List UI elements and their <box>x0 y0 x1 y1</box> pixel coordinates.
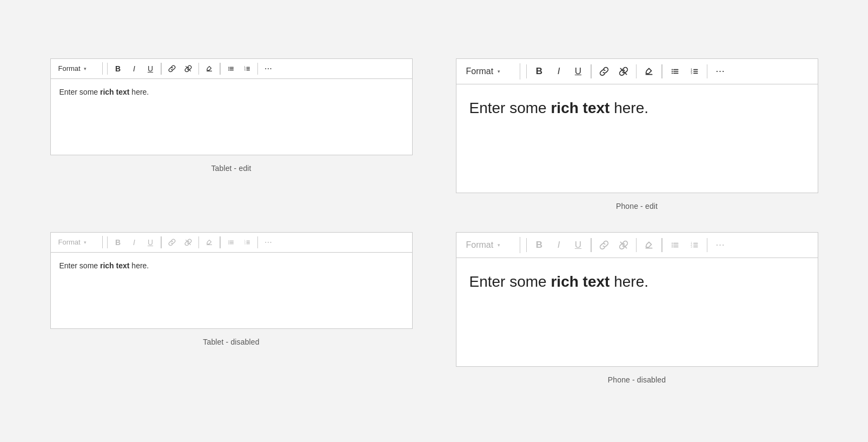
list-ordered-button-tablet-disabled: 1 2 3 <box>239 235 255 250</box>
more-button-phone-disabled: ⋯ <box>710 236 730 254</box>
tablet-disabled-section: Format ▾ B I U <box>50 232 413 384</box>
italic-button-tablet-edit[interactable]: I <box>126 61 142 76</box>
chevron-down-icon: ▾ <box>84 66 87 71</box>
svg-point-5 <box>228 68 229 69</box>
toolbar-sep-large-disabled-1 <box>526 238 527 252</box>
toolbar-sep-2 <box>161 63 162 75</box>
toolbar-sep-5 <box>257 63 259 75</box>
bold-button-tablet-edit[interactable]: B <box>110 61 126 76</box>
unlink-button-tablet-edit[interactable] <box>180 61 196 76</box>
list-unordered-icon <box>227 65 235 72</box>
content-prefix-tablet-edit: Enter some <box>59 88 100 96</box>
highlight-icon-phone-edit <box>644 67 654 76</box>
content-suffix-phone-disabled: here. <box>609 273 648 290</box>
unlink-icon <box>184 65 192 72</box>
format-label-tablet-edit: Format <box>58 64 81 72</box>
unlink-icon-phone-disabled <box>619 240 628 250</box>
content-bold-phone-disabled: rich text <box>551 273 609 290</box>
more-button-tablet-disabled: ⋯ <box>260 235 276 250</box>
bold-button-phone-disabled: B <box>529 236 549 254</box>
chevron-down-icon-tablet-disabled: ▾ <box>84 240 87 245</box>
more-button-phone-edit[interactable]: ⋯ <box>710 62 730 81</box>
phone-disabled-section: Format ▾ B I U <box>456 232 818 384</box>
highlight-button-phone-edit[interactable] <box>639 62 659 81</box>
svg-line-13 <box>620 68 626 74</box>
link-icon-tablet-disabled <box>168 239 176 246</box>
toolbar-sep-large-1 <box>526 64 527 78</box>
content-suffix-tablet-edit: here. <box>129 88 149 96</box>
tablet-disabled-label: Tablet - disabled <box>203 338 259 346</box>
svg-point-19 <box>671 72 672 74</box>
chevron-down-icon-phone-disabled: ▾ <box>498 242 500 248</box>
list-unordered-icon-phone-edit <box>670 67 680 76</box>
link-button-phone-edit[interactable] <box>594 62 614 81</box>
content-prefix-phone-disabled: Enter some <box>469 273 551 290</box>
content-bold-tablet-edit: rich text <box>100 88 129 96</box>
toolbar-sep-4 <box>220 63 221 75</box>
toolbar-sep-disabled-5 <box>257 236 259 248</box>
format-label-phone-edit: Format <box>466 67 494 76</box>
svg-line-39 <box>620 242 626 248</box>
content-prefix-phone-edit: Enter some <box>469 100 551 116</box>
list-unordered-button-phone-disabled <box>665 236 685 254</box>
toolbar-sep-disabled-1 <box>107 236 108 248</box>
toolbar-sep-large-3 <box>636 64 637 78</box>
svg-point-31 <box>228 242 229 243</box>
toolbar-sep-disabled-2 <box>161 236 162 248</box>
highlight-icon-phone-disabled <box>644 240 654 250</box>
italic-button-phone-edit[interactable]: I <box>549 62 568 81</box>
toolbar-sep-disabled-3 <box>198 236 200 248</box>
bold-button-tablet-disabled: B <box>110 235 126 250</box>
tablet-edit-editor: Format ▾ B I U <box>50 58 413 155</box>
unlink-button-tablet-disabled <box>180 235 196 250</box>
phone-edit-section: Format ▾ B I U <box>456 58 818 210</box>
link-button-tablet-edit[interactable] <box>164 61 180 76</box>
underline-button-phone-disabled: U <box>568 236 588 254</box>
content-suffix-phone-edit: here. <box>609 100 648 116</box>
unlink-button-phone-disabled <box>614 236 633 254</box>
editor-content-tablet-edit[interactable]: Enter some rich text here. <box>51 79 412 155</box>
phone-edit-toolbar: Format ▾ B I U <box>456 59 818 84</box>
highlight-icon-tablet-disabled <box>206 239 213 246</box>
svg-point-6 <box>228 69 229 70</box>
unlink-icon-phone-edit <box>619 67 628 76</box>
content-suffix-tablet-disabled: here. <box>129 261 149 270</box>
tablet-disabled-toolbar: Format ▾ B I U <box>51 233 412 253</box>
phone-disabled-label: Phone - disabled <box>608 375 666 384</box>
format-dropdown-phone-edit[interactable]: Format ▾ <box>461 63 520 80</box>
list-unordered-button-phone-edit[interactable] <box>665 62 685 81</box>
format-dropdown-tablet-disabled: Format ▾ <box>54 236 103 248</box>
toolbar-sep-large-2 <box>591 64 592 78</box>
unlink-button-phone-edit[interactable] <box>614 62 633 81</box>
svg-text:3: 3 <box>691 71 692 74</box>
phone-disabled-editor: Format ▾ B I U <box>456 232 818 367</box>
toolbar-sep-large-5 <box>707 64 708 78</box>
list-ordered-button-phone-edit[interactable]: 1 2 3 <box>685 62 704 81</box>
link-button-tablet-disabled <box>164 235 180 250</box>
bold-button-phone-edit[interactable]: B <box>529 62 549 81</box>
list-ordered-button-phone-disabled: 1 2 3 <box>685 236 704 254</box>
tablet-disabled-editor: Format ▾ B I U <box>50 232 413 329</box>
content-bold-tablet-disabled: rich text <box>100 261 129 270</box>
italic-button-phone-disabled: I <box>549 236 568 254</box>
list-unordered-button-tablet-edit[interactable] <box>223 61 239 76</box>
underline-button-phone-edit[interactable]: U <box>568 62 588 81</box>
more-button-tablet-edit[interactable]: ⋯ <box>260 61 276 76</box>
editor-content-tablet-disabled: Enter some rich text here. <box>51 253 412 328</box>
list-ordered-button-tablet-edit[interactable]: 1 2 3 <box>239 61 255 76</box>
highlight-button-tablet-edit[interactable] <box>201 61 217 76</box>
svg-point-44 <box>671 244 672 245</box>
toolbar-sep-1 <box>107 63 108 75</box>
svg-point-43 <box>671 242 672 243</box>
svg-point-32 <box>228 243 229 244</box>
format-label-tablet-disabled: Format <box>58 238 81 246</box>
underline-button-tablet-edit[interactable]: U <box>142 61 158 76</box>
list-ordered-icon-phone-edit: 1 2 3 <box>690 67 699 76</box>
editor-content-phone-edit[interactable]: Enter some rich text here. <box>456 84 818 193</box>
format-dropdown-tablet-edit[interactable]: Format ▾ <box>54 62 103 75</box>
toolbar-sep-3 <box>198 63 200 75</box>
list-unordered-icon-phone-disabled <box>670 240 680 250</box>
toolbar-sep-large-4 <box>661 64 662 78</box>
phone-edit-label: Phone - edit <box>616 202 658 210</box>
svg-text:3: 3 <box>244 69 245 71</box>
